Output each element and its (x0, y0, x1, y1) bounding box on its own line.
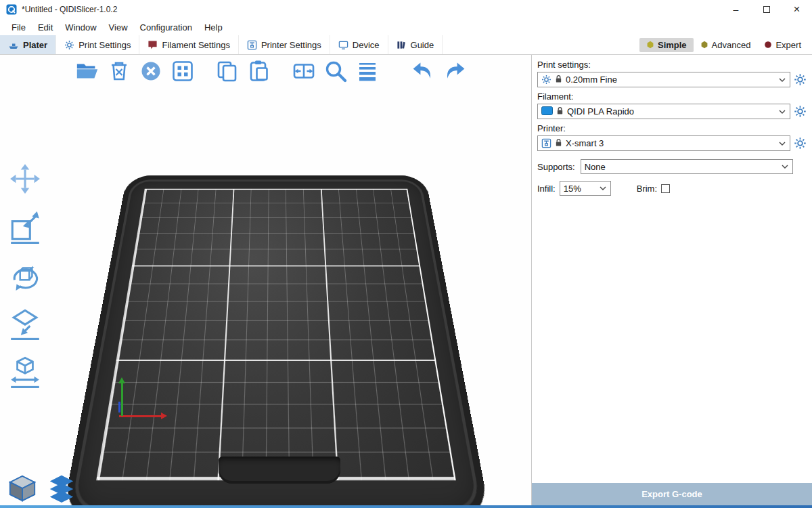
filament-icon (148, 40, 158, 50)
maximize-button[interactable] (751, 0, 782, 19)
menu-edit[interactable]: Edit (32, 21, 59, 34)
guide-icon (397, 40, 407, 50)
mode-switcher: Simple Advanced Expert (639, 35, 812, 54)
lock-icon (555, 75, 562, 85)
infill-combo[interactable]: 15% (560, 181, 611, 196)
menubar: File Edit Window View Configuration Help (0, 19, 812, 35)
tab-label: Print Settings (78, 40, 131, 50)
search-icon[interactable] (323, 58, 348, 84)
brim-label: Brim: (637, 184, 657, 194)
tab-guide[interactable]: Guide (388, 35, 443, 54)
mode-label: Advanced (712, 40, 751, 50)
menu-window[interactable]: Window (59, 21, 102, 34)
supports-value: None (585, 162, 606, 172)
mode-label: Expert (775, 40, 801, 50)
mode-simple[interactable]: Simple (639, 38, 694, 52)
export-gcode-button[interactable]: Export G-code (532, 483, 812, 505)
printer-value: X-smart 3 (566, 138, 604, 148)
menu-configuration[interactable]: Configuration (134, 21, 198, 34)
tab-print-settings[interactable]: Print Settings (56, 35, 139, 54)
titlebar: *Untitled - QIDISlicer-1.0.2 – × (0, 0, 812, 19)
rotate-icon[interactable] (8, 258, 42, 292)
tab-label: Printer Settings (261, 40, 321, 50)
lock-icon (556, 106, 564, 117)
tabbar: Plater Print Settings Filament Settings … (0, 35, 812, 55)
app-logo-icon (6, 4, 17, 15)
place-on-face-icon[interactable] (8, 306, 42, 340)
printer-combo[interactable]: X-smart 3 (537, 135, 790, 151)
scale-icon[interactable] (8, 210, 42, 244)
delete-all-icon[interactable] (138, 58, 164, 84)
layers-view-icon[interactable] (46, 473, 77, 504)
filament-combo[interactable]: QIDI PLA Rapido (537, 104, 790, 119)
supports-label: Supports: (537, 162, 575, 172)
expert-mode-icon (764, 41, 772, 49)
scale-width-icon[interactable] (8, 354, 42, 388)
delete-icon[interactable] (106, 58, 132, 84)
paste-icon[interactable] (246, 58, 272, 84)
tab-printer-settings[interactable]: Printer Settings (239, 35, 330, 54)
device-icon (338, 40, 348, 50)
printer-icon (247, 40, 257, 50)
split-icon[interactable] (291, 58, 317, 84)
tab-label: Filament Settings (162, 40, 229, 50)
tab-filament-settings[interactable]: Filament Settings (139, 35, 238, 54)
supports-combo[interactable]: None (581, 159, 793, 174)
print-bed-scene (80, 120, 472, 508)
3d-view-icon[interactable] (7, 473, 38, 504)
close-button[interactable]: × (782, 0, 812, 19)
print-settings-value: 0.20mm Fine (566, 75, 617, 85)
simple-mode-icon (646, 41, 654, 49)
lock-icon (555, 138, 562, 149)
plater-icon (8, 39, 19, 50)
window-title: *Untitled - QIDISlicer-1.0.2 (22, 5, 721, 14)
object-toolbar (74, 58, 468, 84)
copy-icon[interactable] (215, 58, 240, 84)
viewport-3d[interactable] (0, 55, 531, 508)
y-axis-indicator (121, 383, 123, 416)
progress-strip (0, 505, 812, 508)
variable-layer-height-icon[interactable] (355, 58, 380, 84)
arrange-icon[interactable] (170, 58, 196, 84)
menu-help[interactable]: Help (198, 21, 229, 34)
open-file-icon[interactable] (74, 58, 100, 84)
tab-plater[interactable]: Plater (0, 35, 56, 54)
infill-label: Infill: (537, 184, 556, 194)
edit-print-settings-button[interactable] (794, 73, 807, 86)
manipulation-toolbar (8, 162, 42, 388)
filament-label: Filament: (537, 91, 807, 102)
infill-value: 15% (564, 184, 581, 194)
chevron-down-icon (779, 78, 786, 82)
printer-icon (541, 138, 551, 148)
menu-view[interactable]: View (103, 21, 134, 34)
menu-file[interactable]: File (5, 21, 32, 34)
tab-label: Guide (411, 40, 434, 50)
window-controls: – × (721, 0, 812, 19)
chevron-down-icon (600, 186, 606, 190)
tab-label: Device (353, 40, 380, 50)
chevron-down-icon (779, 110, 786, 114)
brim-checkbox[interactable] (661, 184, 670, 193)
mode-advanced[interactable]: Advanced (694, 38, 758, 52)
print-settings-combo[interactable]: 0.20mm Fine (537, 72, 790, 87)
edit-filament-button[interactable] (794, 105, 807, 118)
view-toolbar (7, 473, 77, 504)
redo-icon[interactable] (442, 58, 468, 84)
minimize-button[interactable]: – (721, 0, 751, 19)
maximize-icon (763, 6, 770, 13)
mode-expert[interactable]: Expert (757, 38, 808, 52)
print-bed-handle (219, 457, 340, 484)
printer-label: Printer: (537, 123, 807, 133)
print-settings-label: Print settings: (537, 60, 807, 70)
mode-label: Simple (658, 40, 687, 50)
undo-icon[interactable] (410, 58, 436, 84)
z-axis-indicator (118, 402, 120, 412)
tab-label: Plater (23, 40, 47, 50)
filament-color-swatch (541, 106, 553, 117)
gear-icon (541, 75, 551, 85)
edit-printer-button[interactable] (794, 137, 807, 150)
tab-device[interactable]: Device (330, 35, 388, 54)
chevron-down-icon (779, 142, 786, 146)
move-icon[interactable] (8, 162, 42, 196)
filament-value: QIDI PLA Rapido (567, 106, 634, 117)
